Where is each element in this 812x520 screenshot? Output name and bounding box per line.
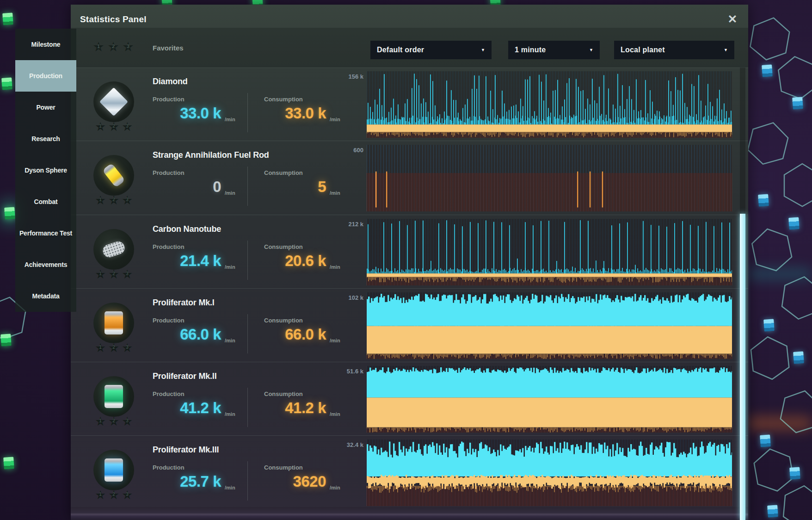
- favorite-star-3[interactable]: 3: [121, 120, 134, 133]
- item-name: Carbon Nanotube: [153, 224, 221, 234]
- production-row-proliferator-mk3: 1 2 3 Proliferator Mk.III Production 25.…: [71, 435, 748, 509]
- proliferator-mk3-icon[interactable]: [93, 450, 134, 490]
- close-button[interactable]: ✕: [724, 11, 741, 27]
- production-unit: /min: [225, 190, 235, 196]
- scrollbar-thumb[interactable]: [740, 214, 745, 520]
- sidebar-item-label: Performance Test: [19, 229, 72, 237]
- star-number: 1: [94, 197, 107, 202]
- cargo-cube-decoration: [788, 217, 800, 229]
- production-value: 66.0 k: [153, 326, 221, 343]
- hexagon-decoration: [781, 483, 812, 520]
- favorite-star-2[interactable]: 2: [107, 489, 120, 501]
- star-number: 2: [107, 418, 120, 423]
- favorite-star-1[interactable]: 1: [94, 341, 107, 354]
- favorite-star-3[interactable]: 3: [121, 489, 134, 501]
- sidebar: Milestone Production Power Research Dyso…: [15, 29, 76, 312]
- star-number: 3: [121, 124, 134, 129]
- consumption-value: 5: [258, 178, 326, 196]
- hexagon-decoration: [775, 53, 812, 102]
- column-divider: [247, 167, 248, 206]
- production-value: 33.0 k: [153, 105, 221, 122]
- favorite-star-1[interactable]: 1: [94, 489, 107, 501]
- cargo-cube-decoration: [0, 334, 12, 346]
- favorite-star-2[interactable]: 2: [106, 40, 120, 54]
- sidebar-item-combat[interactable]: Combat: [15, 186, 76, 217]
- sidebar-item-metadata[interactable]: Metadata: [15, 280, 76, 312]
- favorite-star-3[interactable]: 3: [121, 415, 134, 428]
- hexagon-decoration: [748, 224, 796, 276]
- production-chart: [367, 292, 732, 359]
- sidebar-item-research[interactable]: Research: [15, 123, 76, 155]
- production-row-fuel-rod: 1 2 3 Strange Annihilation Fuel Rod Prod…: [71, 141, 748, 214]
- favorite-star-2[interactable]: 2: [107, 341, 120, 354]
- sidebar-item-production[interactable]: Production: [15, 60, 76, 92]
- consumption-unit: /min: [330, 264, 340, 270]
- favorite-star-1[interactable]: 1: [94, 120, 107, 133]
- favorite-star-2[interactable]: 2: [107, 415, 120, 428]
- favorite-star-1[interactable]: 1: [94, 268, 107, 281]
- cargo-cube-decoration: [2, 12, 13, 25]
- sidebar-item-label: Achievements: [25, 261, 68, 268]
- favorite-star-2[interactable]: 2: [107, 194, 120, 207]
- hexagon-decoration: [782, 163, 812, 207]
- chart-y-max-label: 32.4 k: [320, 441, 363, 448]
- production-value: 0: [153, 178, 221, 196]
- production-label: Production: [153, 317, 185, 324]
- sidebar-item-milestone[interactable]: Milestone: [15, 29, 76, 60]
- consumption-label: Consumption: [264, 169, 303, 176]
- screen: Statistics Panel ✕ 1 2 3 Favorites Defau…: [0, 0, 812, 520]
- production-chart: [367, 71, 732, 138]
- consumption-value: 33.0 k: [258, 105, 326, 122]
- chevron-down-icon: [481, 48, 485, 52]
- favorite-star-3[interactable]: 3: [121, 194, 134, 207]
- sidebar-item-dyson-sphere[interactable]: Dyson Sphere: [15, 155, 76, 186]
- sidebar-item-label: Dyson Sphere: [25, 167, 67, 174]
- sidebar-item-power[interactable]: Power: [15, 92, 76, 123]
- favorite-star-3[interactable]: 3: [121, 341, 134, 354]
- proliferator-mk2-icon[interactable]: [93, 376, 134, 417]
- scope-dropdown[interactable]: Local planet: [614, 41, 734, 59]
- sidebar-item-achievements[interactable]: Achievements: [15, 249, 76, 280]
- star-number: 2: [107, 124, 120, 129]
- production-chart: [367, 219, 732, 285]
- chart-y-max-label: 51.6 k: [320, 368, 363, 375]
- favorite-star-3[interactable]: 3: [121, 40, 135, 54]
- carbon-nanotube-icon[interactable]: [93, 229, 134, 270]
- scope-value: Local planet: [621, 41, 665, 59]
- column-divider: [247, 93, 248, 132]
- consumption-label: Consumption: [264, 464, 303, 471]
- production-label: Production: [153, 169, 185, 176]
- favorite-star-2[interactable]: 2: [107, 120, 120, 133]
- sidebar-item-label: Milestone: [31, 41, 61, 48]
- chevron-down-icon: [589, 48, 593, 52]
- star-number: 2: [107, 197, 120, 202]
- favorite-star-1[interactable]: 1: [92, 40, 105, 54]
- cargo-cube-decoration: [758, 194, 769, 206]
- consumption-unit: /min: [330, 338, 340, 343]
- star-number: 2: [106, 43, 120, 49]
- cargo-cube-decoration: [792, 97, 803, 109]
- favorite-star-1[interactable]: 1: [94, 194, 107, 207]
- chart-y-max-label: 102 k: [320, 294, 363, 301]
- sidebar-item-label: Research: [31, 135, 60, 142]
- time-range-dropdown[interactable]: 1 minute: [508, 41, 600, 59]
- production-row-proliferator-mk1: 1 2 3 Proliferator Mk.I Production 66.0 …: [71, 288, 748, 362]
- item-favorite-stars: 1 2 3: [94, 341, 134, 354]
- production-unit: /min: [225, 117, 235, 122]
- production-label: Production: [153, 96, 185, 103]
- favorite-star-2[interactable]: 2: [107, 268, 120, 281]
- favorite-star-3[interactable]: 3: [121, 268, 134, 281]
- sort-order-dropdown[interactable]: Default order: [370, 41, 492, 59]
- sidebar-item-performance-test[interactable]: Performance Test: [15, 217, 76, 249]
- statistics-panel: Statistics Panel ✕ 1 2 3 Favorites Defau…: [71, 5, 748, 520]
- fuel-rod-icon[interactable]: [93, 155, 134, 196]
- sidebar-item-label: Metadata: [32, 292, 59, 300]
- production-row-diamond: 1 2 3 Diamond Production 33.0 k /min Con…: [71, 68, 748, 141]
- star-number: 2: [107, 492, 120, 497]
- diamond-icon[interactable]: [93, 81, 134, 122]
- consumption-label: Consumption: [264, 390, 303, 397]
- proliferator-mk1-icon[interactable]: [93, 303, 134, 343]
- production-list: 1 2 3 Diamond Production 33.0 k /min Con…: [71, 68, 748, 509]
- favorite-star-1[interactable]: 1: [94, 415, 107, 428]
- consumption-unit: /min: [330, 190, 340, 196]
